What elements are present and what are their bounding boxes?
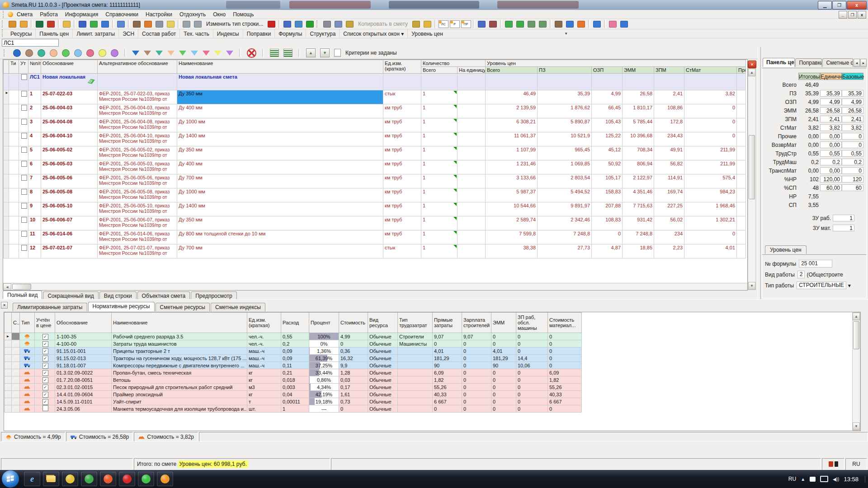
- included-checkbox[interactable]: ✓: [42, 377, 48, 383]
- grid-cell[interactable]: 25-06-004-10: [41, 132, 98, 146]
- grid-cell[interactable]: [398, 369, 433, 376]
- grid-cell[interactable]: 1: [421, 202, 458, 216]
- panel-close-icon[interactable]: ✕: [1, 302, 8, 309]
- grid-cell[interactable]: 2 342,46: [538, 216, 592, 230]
- menu-item[interactable]: Настройки: [142, 10, 176, 19]
- grid-cell[interactable]: кг: [247, 391, 281, 398]
- grid-cell[interactable]: 1: [421, 104, 458, 118]
- grid-cell[interactable]: Ду 350 мм: [177, 146, 383, 160]
- price-level-bottom-tab[interactable]: Уровень цен: [765, 245, 807, 254]
- grid-cell[interactable]: 0: [684, 132, 737, 146]
- grid-cell[interactable]: ФЕР-2001, 25-06-004-10, приказ Минстроя …: [98, 132, 177, 146]
- scroll-down-icon[interactable]: ▼: [748, 282, 755, 290]
- grid-cell[interactable]: 2 122,97: [623, 174, 654, 188]
- grid-cell[interactable]: км труб: [383, 202, 421, 216]
- grid-cell[interactable]: 0: [462, 376, 491, 384]
- grid-cell[interactable]: Обычные: [368, 376, 398, 384]
- grid-cell[interactable]: 91.15.01-001: [55, 347, 112, 355]
- row-checkbox[interactable]: [21, 119, 27, 125]
- grid-cell[interactable]: 24.3.05.06: [55, 405, 112, 413]
- grid-cell[interactable]: Обычные: [368, 355, 398, 362]
- grid-cell[interactable]: 35,39: [538, 90, 592, 104]
- grid-cell[interactable]: [19, 202, 28, 216]
- resource-row[interactable]: ✓4-100-00Затраты труда машинистовчел.-ч.…: [5, 340, 582, 347]
- grid-view-icon[interactable]: [270, 49, 279, 57]
- excel-icon[interactable]: [34, 19, 45, 29]
- grid-cell[interactable]: [19, 230, 28, 244]
- grid-cell[interactable]: маш.-ч: [247, 362, 281, 369]
- price-unit-value[interactable]: 2,41: [820, 116, 842, 122]
- panel-button[interactable]: Индексы: [213, 29, 243, 38]
- grid-cell[interactable]: 1: [421, 216, 458, 230]
- grid-cell[interactable]: [737, 146, 746, 160]
- grid-cell[interactable]: 25-06-005-06: [41, 174, 98, 188]
- grid-cell[interactable]: 0: [516, 405, 548, 413]
- grid-cell[interactable]: [421, 74, 458, 90]
- grid-cell[interactable]: 2: [28, 104, 41, 118]
- tree-icon[interactable]: [7, 19, 18, 29]
- included-checkbox[interactable]: ✓: [42, 356, 48, 361]
- grid-cell[interactable]: 0,09: [281, 355, 309, 362]
- grid-cell[interactable]: км труб: [383, 160, 421, 174]
- price-base-value[interactable]: 0: [842, 141, 863, 148]
- grid-cell[interactable]: Ду 800 мм толщиной стенки до 10 мм: [177, 230, 383, 244]
- app-green-icon[interactable]: [138, 472, 154, 486]
- grid-cell[interactable]: [19, 146, 28, 160]
- grid-cell[interactable]: 0: [548, 340, 582, 347]
- cabinet-new-icon[interactable]: [154, 19, 165, 29]
- grid-cell[interactable]: 0: [462, 355, 491, 362]
- grid-cell[interactable]: 1 968,46: [684, 202, 737, 216]
- grid-cell[interactable]: Ду 700 мм: [177, 244, 383, 258]
- scrollbar-thumb[interactable]: [12, 284, 31, 290]
- grid-cell[interactable]: 25-07-022-03: [41, 90, 98, 104]
- grid-cell[interactable]: [458, 216, 486, 230]
- estimate-row[interactable]: 425-06-004-10ФЕР-2001, 25-06-004-10, при…: [4, 132, 746, 146]
- resource-row[interactable]: ►✓1-100-35Рабочий среднего разряда 3.5че…: [5, 333, 582, 340]
- funnel-filter-icon[interactable]: [156, 51, 163, 56]
- grid-cell[interactable]: [458, 188, 486, 202]
- plus-icon[interactable]: [304, 19, 316, 29]
- app-green-doc-icon[interactable]: [81, 472, 97, 486]
- mdi-close-button[interactable]: x: [858, 11, 866, 19]
- grid-cell[interactable]: 14.4.01.09-0604: [55, 391, 112, 398]
- grid-cell[interactable]: [4, 104, 9, 118]
- grid-cell[interactable]: 0: [433, 340, 462, 347]
- grid-cell[interactable]: [737, 216, 746, 230]
- move-up-button[interactable]: ▲: [306, 48, 316, 57]
- grid-cell[interactable]: 1 107,99: [486, 146, 538, 160]
- grid-cell[interactable]: ФЕР-2001, 25-06-014-06, приказ Минстроя …: [98, 230, 177, 244]
- grid-cell[interactable]: Песок природный для строительных работ с…: [112, 384, 247, 391]
- grid-cell[interactable]: 66,45: [592, 104, 623, 118]
- funnel-filter-icon[interactable]: [226, 51, 233, 56]
- grid-cell[interactable]: [4, 188, 9, 202]
- grid-cell[interactable]: 984,23: [684, 188, 737, 202]
- grid-cell[interactable]: [398, 347, 433, 355]
- price-panel-tab[interactable]: Панель цен: [763, 58, 795, 67]
- grid-cell[interactable]: [9, 118, 19, 132]
- grid-cell[interactable]: 9,07: [462, 333, 491, 340]
- work-type-dropdown[interactable]: СТРОИТЕЛЬНЫЕ: [797, 282, 846, 289]
- vertical-scrollbar[interactable]: ▲ ▼: [852, 312, 860, 431]
- grid-cell[interactable]: км труб: [383, 104, 421, 118]
- funnel-filter-icon[interactable]: [214, 51, 222, 56]
- pile-icon[interactable]: [576, 19, 587, 29]
- grid-cell[interactable]: 0,17: [339, 384, 368, 391]
- grid-cell[interactable]: [737, 104, 746, 118]
- row-checkbox[interactable]: [21, 147, 27, 153]
- grid-cell[interactable]: Обычные: [368, 333, 398, 340]
- menu-item[interactable]: Отдохнуть: [176, 10, 209, 19]
- calc-icon[interactable]: [282, 19, 293, 29]
- grid-cell[interactable]: 6: [28, 160, 41, 174]
- save-icon[interactable]: [77, 19, 88, 29]
- doc-calc-icon[interactable]: [293, 19, 304, 29]
- grid-cell[interactable]: Манжета термоусадочная для изоляции труб…: [112, 405, 247, 413]
- grid-cell[interactable]: маш.-ч: [247, 355, 281, 362]
- percent-cell[interactable]: 42,19%: [309, 391, 339, 398]
- app-red-orange-icon[interactable]: [100, 472, 116, 486]
- grid-cell[interactable]: 0: [491, 391, 516, 398]
- row-checkbox[interactable]: [21, 74, 27, 80]
- percent-cell[interactable]: ---: [309, 405, 339, 413]
- grid-cell[interactable]: 1: [28, 90, 41, 104]
- grid-cell[interactable]: 181,29: [491, 355, 516, 362]
- grid-cell[interactable]: 1: [421, 174, 458, 188]
